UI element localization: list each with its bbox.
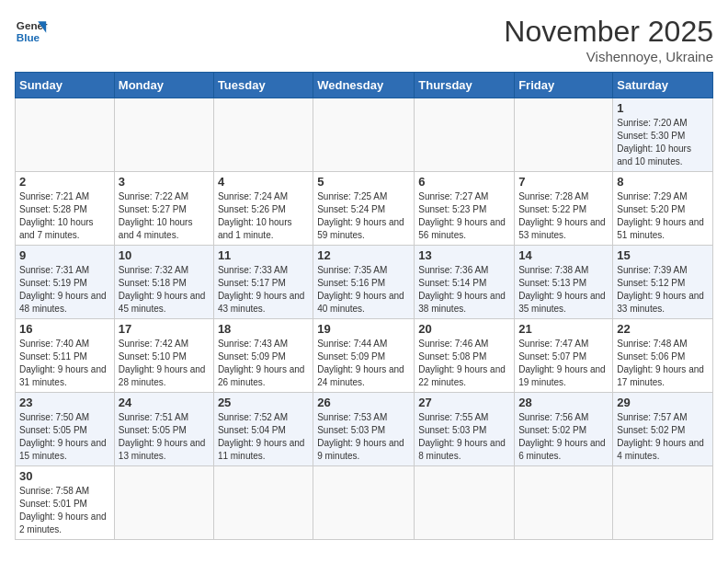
- calendar-cell: 6Sunrise: 7:27 AM Sunset: 5:23 PM Daylig…: [415, 172, 515, 246]
- day-number: 6: [418, 175, 510, 189]
- calendar-cell: [213, 466, 313, 540]
- day-number: 14: [518, 248, 609, 262]
- calendar-cell: 30Sunrise: 7:58 AM Sunset: 5:01 PM Dayli…: [16, 466, 115, 540]
- day-info: Sunrise: 7:43 AM Sunset: 5:09 PM Dayligh…: [218, 338, 309, 389]
- location-subtitle: Vishennoye, Ukraine: [504, 49, 713, 64]
- day-info: Sunrise: 7:25 AM Sunset: 5:24 PM Dayligh…: [317, 190, 410, 242]
- calendar-cell: 1Sunrise: 7:20 AM Sunset: 5:30 PM Daylig…: [613, 98, 713, 172]
- page-header: General Blue November 2025 Vishennoye, U…: [15, 15, 713, 64]
- day-number: 16: [19, 322, 110, 336]
- calendar-cell: 22Sunrise: 7:48 AM Sunset: 5:06 PM Dayli…: [613, 319, 713, 393]
- day-info: Sunrise: 7:36 AM Sunset: 5:14 PM Dayligh…: [418, 264, 510, 316]
- calendar-cell: 8Sunrise: 7:29 AM Sunset: 5:20 PM Daylig…: [613, 172, 713, 246]
- day-info: Sunrise: 7:32 AM Sunset: 5:18 PM Dayligh…: [119, 264, 210, 316]
- calendar-cell: [415, 466, 515, 540]
- calendar-cell: 5Sunrise: 7:25 AM Sunset: 5:24 PM Daylig…: [313, 172, 415, 246]
- day-number: 5: [317, 175, 410, 189]
- day-info: Sunrise: 7:33 AM Sunset: 5:17 PM Dayligh…: [218, 264, 309, 316]
- day-info: Sunrise: 7:46 AM Sunset: 5:08 PM Dayligh…: [418, 338, 510, 389]
- day-number: 7: [518, 175, 609, 189]
- day-info: Sunrise: 7:31 AM Sunset: 5:19 PM Dayligh…: [19, 264, 110, 316]
- calendar-cell: 26Sunrise: 7:53 AM Sunset: 5:03 PM Dayli…: [313, 393, 415, 466]
- day-number: 18: [218, 322, 309, 336]
- day-number: 9: [19, 248, 110, 262]
- calendar-cell: [16, 98, 115, 172]
- day-number: 22: [617, 322, 709, 336]
- day-info: Sunrise: 7:55 AM Sunset: 5:03 PM Dayligh…: [418, 411, 510, 463]
- calendar-cell: 28Sunrise: 7:56 AM Sunset: 5:02 PM Dayli…: [515, 393, 613, 466]
- day-info: Sunrise: 7:48 AM Sunset: 5:06 PM Dayligh…: [617, 338, 709, 389]
- calendar-cell: 9Sunrise: 7:31 AM Sunset: 5:19 PM Daylig…: [16, 246, 115, 319]
- calendar-cell: 3Sunrise: 7:22 AM Sunset: 5:27 PM Daylig…: [114, 172, 213, 246]
- weekday-header-thursday: Thursday: [415, 73, 515, 98]
- calendar-cell: 25Sunrise: 7:52 AM Sunset: 5:04 PM Dayli…: [213, 393, 313, 466]
- logo-icon: General Blue: [15, 15, 48, 48]
- calendar-cell: [114, 466, 213, 540]
- calendar-cell: 11Sunrise: 7:33 AM Sunset: 5:17 PM Dayli…: [213, 246, 313, 319]
- calendar-cell: 18Sunrise: 7:43 AM Sunset: 5:09 PM Dayli…: [213, 319, 313, 393]
- calendar-cell: 12Sunrise: 7:35 AM Sunset: 5:16 PM Dayli…: [313, 246, 415, 319]
- calendar-cell: [515, 466, 613, 540]
- calendar-week-row: 2Sunrise: 7:21 AM Sunset: 5:28 PM Daylig…: [16, 172, 713, 246]
- day-number: 3: [119, 175, 210, 189]
- day-number: 25: [218, 396, 309, 409]
- day-number: 10: [119, 248, 210, 262]
- calendar-cell: [613, 466, 713, 540]
- day-info: Sunrise: 7:42 AM Sunset: 5:10 PM Dayligh…: [119, 338, 210, 389]
- calendar-cell: [313, 466, 415, 540]
- calendar-cell: 7Sunrise: 7:28 AM Sunset: 5:22 PM Daylig…: [515, 172, 613, 246]
- calendar-cell: 24Sunrise: 7:51 AM Sunset: 5:05 PM Dayli…: [114, 393, 213, 466]
- weekday-header-sunday: Sunday: [16, 73, 115, 98]
- calendar-cell: 21Sunrise: 7:47 AM Sunset: 5:07 PM Dayli…: [515, 319, 613, 393]
- svg-text:Blue: Blue: [17, 31, 40, 43]
- day-info: Sunrise: 7:29 AM Sunset: 5:20 PM Dayligh…: [617, 190, 709, 242]
- calendar-week-row: 16Sunrise: 7:40 AM Sunset: 5:11 PM Dayli…: [16, 319, 713, 393]
- calendar-cell: 13Sunrise: 7:36 AM Sunset: 5:14 PM Dayli…: [415, 246, 515, 319]
- day-number: 11: [218, 248, 309, 262]
- day-info: Sunrise: 7:50 AM Sunset: 5:05 PM Dayligh…: [19, 411, 110, 463]
- calendar-cell: 19Sunrise: 7:44 AM Sunset: 5:09 PM Dayli…: [313, 319, 415, 393]
- calendar-week-row: 30Sunrise: 7:58 AM Sunset: 5:01 PM Dayli…: [16, 466, 713, 540]
- day-number: 15: [617, 248, 709, 262]
- calendar-cell: [415, 98, 515, 172]
- day-number: 4: [218, 175, 309, 189]
- calendar-week-row: 23Sunrise: 7:50 AM Sunset: 5:05 PM Dayli…: [16, 393, 713, 466]
- day-info: Sunrise: 7:35 AM Sunset: 5:16 PM Dayligh…: [317, 264, 410, 316]
- weekday-header-tuesday: Tuesday: [213, 73, 313, 98]
- day-info: Sunrise: 7:51 AM Sunset: 5:05 PM Dayligh…: [119, 411, 210, 463]
- day-info: Sunrise: 7:28 AM Sunset: 5:22 PM Dayligh…: [518, 190, 609, 242]
- day-number: 1: [617, 101, 709, 115]
- day-info: Sunrise: 7:57 AM Sunset: 5:02 PM Dayligh…: [617, 411, 709, 463]
- calendar-cell: 14Sunrise: 7:38 AM Sunset: 5:13 PM Dayli…: [515, 246, 613, 319]
- calendar-cell: 4Sunrise: 7:24 AM Sunset: 5:26 PM Daylig…: [213, 172, 313, 246]
- day-info: Sunrise: 7:20 AM Sunset: 5:30 PM Dayligh…: [617, 117, 709, 168]
- calendar-cell: 10Sunrise: 7:32 AM Sunset: 5:18 PM Dayli…: [114, 246, 213, 319]
- day-info: Sunrise: 7:21 AM Sunset: 5:28 PM Dayligh…: [19, 190, 110, 242]
- day-info: Sunrise: 7:24 AM Sunset: 5:26 PM Dayligh…: [218, 190, 309, 242]
- day-info: Sunrise: 7:40 AM Sunset: 5:11 PM Dayligh…: [19, 338, 110, 389]
- month-title: November 2025: [504, 15, 713, 49]
- calendar-cell: 29Sunrise: 7:57 AM Sunset: 5:02 PM Dayli…: [613, 393, 713, 466]
- calendar-cell: 23Sunrise: 7:50 AM Sunset: 5:05 PM Dayli…: [16, 393, 115, 466]
- day-number: 2: [19, 175, 110, 189]
- day-number: 19: [317, 322, 410, 336]
- calendar-week-row: 1Sunrise: 7:20 AM Sunset: 5:30 PM Daylig…: [16, 98, 713, 172]
- day-info: Sunrise: 7:27 AM Sunset: 5:23 PM Dayligh…: [418, 190, 510, 242]
- day-info: Sunrise: 7:47 AM Sunset: 5:07 PM Dayligh…: [518, 338, 609, 389]
- day-info: Sunrise: 7:22 AM Sunset: 5:27 PM Dayligh…: [119, 190, 210, 242]
- day-info: Sunrise: 7:58 AM Sunset: 5:01 PM Dayligh…: [19, 485, 110, 536]
- day-number: 27: [418, 396, 510, 409]
- day-info: Sunrise: 7:39 AM Sunset: 5:12 PM Dayligh…: [617, 264, 709, 316]
- weekday-header-monday: Monday: [114, 73, 213, 98]
- weekday-header-row: SundayMondayTuesdayWednesdayThursdayFrid…: [16, 73, 713, 98]
- calendar-cell: 2Sunrise: 7:21 AM Sunset: 5:28 PM Daylig…: [16, 172, 115, 246]
- day-number: 21: [518, 322, 609, 336]
- weekday-header-friday: Friday: [515, 73, 613, 98]
- calendar-cell: [114, 98, 213, 172]
- day-info: Sunrise: 7:53 AM Sunset: 5:03 PM Dayligh…: [317, 411, 410, 463]
- weekday-header-wednesday: Wednesday: [313, 73, 415, 98]
- calendar-cell: [313, 98, 415, 172]
- day-number: 28: [518, 396, 609, 409]
- weekday-header-saturday: Saturday: [613, 73, 713, 98]
- day-number: 23: [19, 396, 110, 409]
